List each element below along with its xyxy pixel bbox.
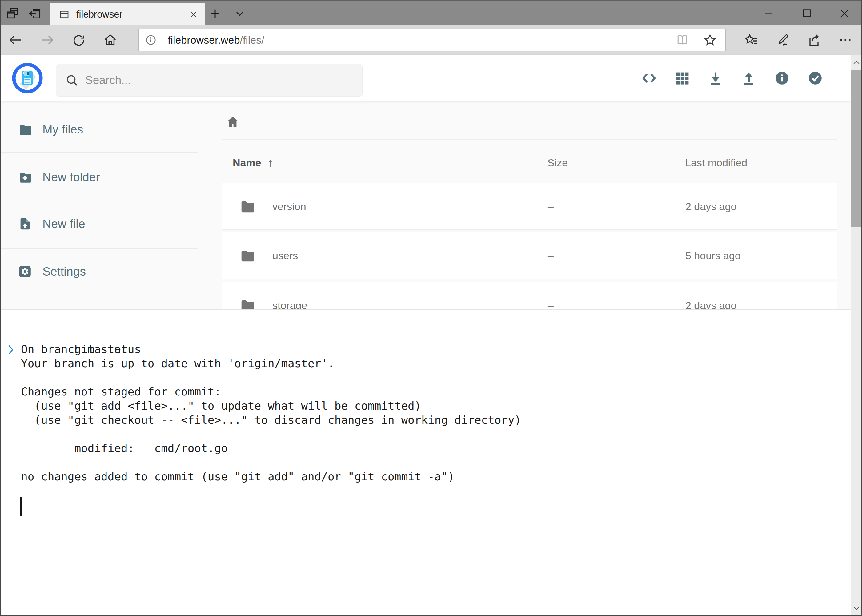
sidebar-divider <box>0 152 198 153</box>
sidebar-item-label: New file <box>43 217 85 231</box>
reading-view-book-icon[interactable] <box>676 33 689 47</box>
maximize-icon <box>801 7 813 20</box>
tab-preview-button[interactable] <box>4 5 21 22</box>
tab-list-button[interactable] <box>232 5 248 22</box>
set-tabs-aside-icon <box>28 6 42 20</box>
url-separator <box>162 32 162 48</box>
scrollbar-thumb[interactable] <box>851 69 862 227</box>
more-dots-icon[interactable] <box>838 33 853 47</box>
file-size: – <box>548 183 554 229</box>
new-folder-icon <box>18 170 32 184</box>
file-name: version <box>273 183 306 229</box>
forward-button[interactable] <box>40 33 55 47</box>
back-button[interactable] <box>8 33 23 47</box>
tab-close-button[interactable] <box>189 10 198 19</box>
chevron-up-icon <box>853 59 860 67</box>
url-host: filebrowser.web <box>168 34 240 46</box>
close-window-button[interactable] <box>830 1 859 26</box>
url-field[interactable]: filebrowser.web/files/ <box>139 28 726 51</box>
settings-gear-icon <box>18 264 32 279</box>
refresh-button[interactable] <box>71 33 86 47</box>
chevron-down-icon <box>853 604 860 612</box>
tab-title: filebrowser <box>76 9 123 20</box>
page-favicon-icon <box>59 9 69 20</box>
plus-icon <box>209 7 221 20</box>
sidebar-item-new-file[interactable]: New file <box>0 209 198 239</box>
file-row-version[interactable]: version – 2 days ago <box>222 183 837 230</box>
accept-check-icon[interactable] <box>807 70 823 86</box>
column-header-size[interactable]: Size <box>547 147 568 178</box>
refresh-icon <box>72 33 86 47</box>
folder-icon <box>18 123 32 137</box>
file-modified: 2 days ago <box>686 183 736 229</box>
folder-icon <box>238 248 256 263</box>
browser-toolbar-right <box>744 25 853 55</box>
favorite-star-icon[interactable] <box>703 33 717 47</box>
download-icon[interactable] <box>708 70 723 86</box>
column-header-modified[interactable]: Last modified <box>685 147 747 178</box>
search-input[interactable]: Search... <box>56 64 362 97</box>
terminal-command: git status <box>74 343 141 355</box>
address-bar-row: filebrowser.web/files/ <box>0 25 862 55</box>
maximize-button[interactable] <box>792 1 822 26</box>
sidebar-item-label: Settings <box>43 265 86 278</box>
terminal-prompt-line: git status <box>21 314 845 328</box>
file-name: users <box>273 233 298 279</box>
search-icon <box>66 74 79 87</box>
tab-filebrowser[interactable]: filebrowser <box>50 3 205 26</box>
app-header: Search... <box>0 55 851 102</box>
sidebar-item-label: New folder <box>43 170 100 184</box>
breadcrumb-home-icon[interactable] <box>225 115 240 129</box>
scrollbar-down-button[interactable] <box>851 601 862 615</box>
minimize-button[interactable] <box>755 1 784 26</box>
chevron-right-prompt-icon <box>8 316 75 383</box>
sidebar-divider <box>0 248 198 249</box>
file-row-users[interactable]: users – 5 hours ago <box>222 232 837 279</box>
search-placeholder: Search... <box>85 74 131 87</box>
terminal-panel[interactable]: git status On branch master Your branch … <box>0 309 851 616</box>
column-label: Name <box>233 157 261 169</box>
listing-header: Name ↑ Size Last modified <box>222 147 837 178</box>
web-notes-pen-icon[interactable] <box>775 33 790 47</box>
new-file-icon <box>18 217 32 231</box>
info-icon[interactable] <box>774 70 790 86</box>
close-icon <box>838 7 851 20</box>
home-button[interactable] <box>103 33 118 47</box>
info-circle-icon[interactable] <box>145 34 157 46</box>
set-tabs-aside-button[interactable] <box>27 5 43 22</box>
filebrowser-page: Search... <box>0 55 862 616</box>
hub-star-icon[interactable] <box>744 33 759 47</box>
sidebar-item-settings[interactable]: Settings <box>0 257 198 286</box>
file-modified: 5 hours ago <box>686 233 741 279</box>
sidebar-item-new-folder[interactable]: New folder <box>0 162 198 192</box>
column-header-name[interactable]: Name ↑ <box>233 147 274 178</box>
grid-view-icon[interactable] <box>674 70 690 86</box>
url-path: /files/ <box>240 34 264 46</box>
share-icon[interactable] <box>807 33 821 47</box>
back-arrow-icon <box>8 33 22 47</box>
home-icon <box>103 33 117 47</box>
url-text: filebrowser.web/files/ <box>168 34 264 46</box>
file-size: – <box>548 233 554 279</box>
header-action-icons <box>641 55 823 102</box>
chevron-down-icon <box>235 8 245 19</box>
page-scrollbar[interactable] <box>851 55 862 616</box>
terminal-cursor <box>20 497 22 516</box>
tab-preview-icon <box>6 6 20 20</box>
scrollbar-up-button[interactable] <box>851 56 862 69</box>
folder-icon <box>238 199 256 214</box>
listing-divider <box>222 139 837 140</box>
upload-icon[interactable] <box>741 70 757 86</box>
tab-bar: filebrowser <box>0 0 862 25</box>
sort-ascending-icon: ↑ <box>268 156 274 170</box>
sidebar-item-label: My files <box>43 123 83 136</box>
minimize-icon <box>763 7 776 20</box>
forward-arrow-icon <box>40 33 55 47</box>
terminal-output: On branch master Your branch is up to da… <box>21 328 845 484</box>
browser-window: filebrowser <box>0 0 862 616</box>
shell-icon[interactable] <box>641 70 657 86</box>
floppy-disk-logo[interactable] <box>12 63 43 93</box>
new-tab-button[interactable] <box>207 5 224 22</box>
sidebar-item-my-files[interactable]: My files <box>0 115 198 144</box>
